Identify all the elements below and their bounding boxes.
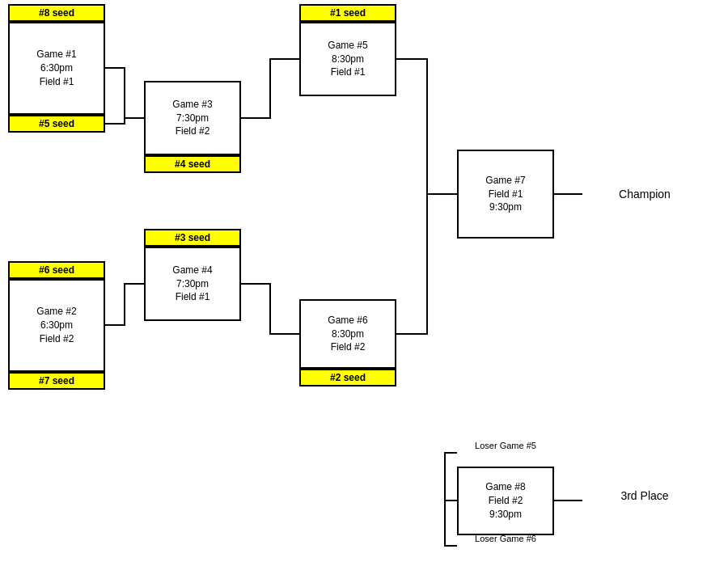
seed-1-label: #1 seed	[299, 4, 396, 22]
seed-8-label: #8 seed	[8, 4, 105, 22]
game-5-field: Field #1	[331, 65, 366, 79]
game-3-box: Game #3 7:30pm Field #2	[144, 81, 241, 155]
game-1-time: 6:30pm	[40, 61, 73, 75]
seed-4-label: #4 seed	[144, 155, 241, 173]
game-3-time: 7:30pm	[176, 112, 209, 125]
seed-5-label: #5 seed	[8, 115, 105, 133]
game-4-title: Game #4	[172, 264, 212, 277]
game-4-time: 7:30pm	[176, 277, 209, 291]
game-5-time: 8:30pm	[332, 53, 364, 66]
game-7-title: Game #7	[485, 174, 525, 188]
bracket-container: #8 seed #5 seed #4 seed #3 seed #6 seed …	[0, 0, 728, 566]
game-6-time: 8:30pm	[332, 327, 364, 341]
game-4-box: Game #4 7:30pm Field #1	[144, 247, 241, 321]
game-1-title: Game #1	[36, 48, 76, 61]
loser-game-5-label: Loser Game #5	[457, 441, 554, 450]
game-8-field: Field #2	[489, 494, 523, 508]
game-2-time: 6:30pm	[40, 319, 73, 332]
game-1-box: Game #1 6:30pm Field #1	[8, 22, 105, 115]
third-place-label: 3rd Place	[580, 489, 709, 502]
game-4-field: Field #1	[176, 290, 210, 304]
game-7-time: 9:30pm	[489, 201, 522, 214]
game-8-box: Game #8 Field #2 9:30pm	[457, 467, 554, 535]
game-5-box: Game #5 8:30pm Field #1	[299, 22, 396, 96]
game-2-title: Game #2	[36, 305, 76, 319]
loser-game-6-label: Loser Game #6	[457, 534, 554, 543]
seed-3-label: #3 seed	[144, 229, 241, 247]
game-3-title: Game #3	[172, 98, 212, 112]
game-3-field: Field #2	[176, 125, 210, 138]
seed-2-label: #2 seed	[299, 369, 396, 386]
game-2-box: Game #2 6:30pm Field #2	[8, 279, 105, 372]
game-6-field: Field #2	[331, 340, 366, 354]
seed-7-label: #7 seed	[8, 372, 105, 390]
game-8-time: 9:30pm	[489, 508, 522, 522]
game-1-field: Field #1	[40, 75, 74, 89]
champion-label: Champion	[580, 188, 709, 201]
seed-6-label: #6 seed	[8, 261, 105, 279]
game-7-box: Game #7 Field #1 9:30pm	[457, 150, 554, 239]
game-6-title: Game #6	[328, 314, 367, 327]
game-7-field: Field #1	[489, 188, 523, 201]
game-5-title: Game #5	[328, 39, 367, 53]
game-2-field: Field #2	[40, 332, 74, 346]
game-6-box: Game #6 8:30pm Field #2	[299, 299, 396, 369]
game-8-title: Game #8	[485, 480, 525, 494]
